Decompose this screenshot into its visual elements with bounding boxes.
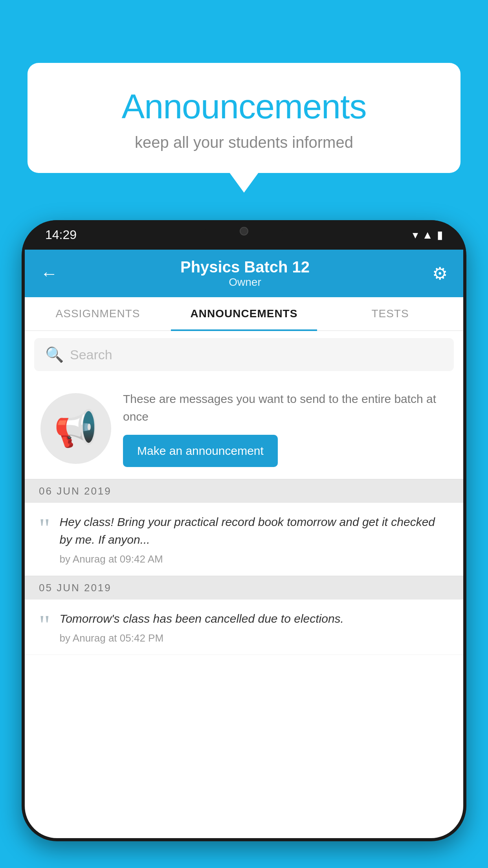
make-announcement-button[interactable]: Make an announcement [123, 435, 278, 467]
status-time: 14:29 [45, 228, 77, 242]
announcement-item-2[interactable]: " Tomorrow's class has been cancelled du… [25, 600, 463, 655]
megaphone-icon: 📢 [54, 408, 98, 449]
settings-button[interactable]: ⚙ [432, 263, 448, 283]
quote-icon-1: " [39, 515, 50, 542]
announcement-prompt-right: These are messages you want to send to t… [123, 390, 448, 467]
wifi-icon: ▾ [413, 228, 418, 241]
search-bar[interactable]: 🔍 Search [34, 338, 454, 371]
announcement-text-1: Hey class! Bring your practical record b… [60, 513, 449, 548]
phone-device: 14:29 ▾ ▲ ▮ ← Physics Batch 12 Owner ⚙ [22, 220, 466, 841]
phone-notch [205, 220, 283, 242]
announcement-prompt: 📢 These are messages you want to send to… [25, 378, 463, 479]
tabs-bar: ASSIGNMENTS ANNOUNCEMENTS TESTS [25, 297, 463, 331]
status-bar: 14:29 ▾ ▲ ▮ [22, 220, 466, 250]
front-camera [240, 227, 248, 235]
signal-icon: ▲ [422, 229, 433, 241]
batch-title: Physics Batch 12 [58, 258, 432, 276]
back-button[interactable]: ← [40, 264, 58, 283]
quote-icon-2: " [39, 611, 50, 639]
announcement-description: These are messages you want to send to t… [123, 390, 448, 425]
date-separator-2: 05 JUN 2019 [25, 576, 463, 600]
speech-bubble: Announcements keep all your students inf… [28, 63, 460, 173]
announcements-heading: Announcements [43, 86, 445, 127]
speech-bubble-section: Announcements keep all your students inf… [28, 63, 460, 173]
date-separator-1: 06 JUN 2019 [25, 479, 463, 503]
announcement-text-2: Tomorrow's class has been cancelled due … [60, 610, 449, 627]
search-container: 🔍 Search [25, 331, 463, 378]
app-header: ← Physics Batch 12 Owner ⚙ [25, 250, 463, 297]
announcements-subtitle: keep all your students informed [43, 134, 445, 151]
search-icon: 🔍 [45, 346, 64, 363]
battery-icon: ▮ [437, 228, 443, 241]
phone-wrapper: 14:29 ▾ ▲ ▮ ← Physics Batch 12 Owner ⚙ [22, 220, 466, 868]
megaphone-circle: 📢 [40, 393, 111, 464]
tab-tests[interactable]: TESTS [317, 297, 463, 330]
announcement-meta-1: by Anurag at 09:42 AM [60, 553, 449, 565]
tab-assignments[interactable]: ASSIGNMENTS [25, 297, 171, 330]
tab-announcements[interactable]: ANNOUNCEMENTS [171, 297, 317, 330]
announcement-content-2: Tomorrow's class has been cancelled due … [60, 610, 449, 644]
announcement-content-1: Hey class! Bring your practical record b… [60, 513, 449, 565]
user-role: Owner [58, 276, 432, 289]
search-placeholder: Search [70, 347, 112, 362]
phone-screen: ← Physics Batch 12 Owner ⚙ ASSIGNMENTS A… [25, 250, 463, 838]
header-title-group: Physics Batch 12 Owner [58, 258, 432, 289]
status-icons: ▾ ▲ ▮ [413, 228, 443, 241]
announcement-meta-2: by Anurag at 05:42 PM [60, 632, 449, 644]
announcement-item-1[interactable]: " Hey class! Bring your practical record… [25, 503, 463, 576]
